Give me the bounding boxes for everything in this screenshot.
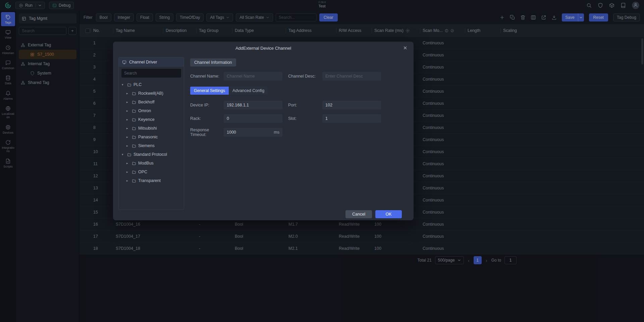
folder-icon — [132, 126, 136, 131]
folder-icon — [127, 83, 131, 87]
close-icon[interactable]: ✕ — [401, 44, 409, 52]
folder-icon — [132, 135, 136, 139]
tree-arrow-icon[interactable] — [126, 100, 130, 104]
driver-tree-item-standard-protocol[interactable]: Standard Protocol — [119, 150, 184, 159]
folder-icon — [127, 152, 131, 157]
tree-arrow-icon[interactable] — [126, 127, 130, 130]
folder-icon — [132, 179, 136, 183]
port-label: Port: — [288, 103, 322, 107]
settings-tabs: General SettingsAdvanced Config — [190, 87, 268, 95]
channel-information-tab[interactable]: Channel Information — [190, 58, 236, 66]
channel-name-input[interactable] — [224, 72, 282, 81]
driver-tree: PLC Rockwell(AB) Beckhoff Omron — [119, 80, 184, 210]
tree-arrow-icon[interactable] — [126, 144, 130, 147]
folder-icon — [132, 161, 136, 166]
modal-title: AddExternal Device Channel — [235, 46, 291, 51]
tree-arrow-icon[interactable] — [126, 179, 130, 182]
response-timeout-input[interactable] — [227, 130, 274, 135]
folder-icon — [132, 109, 136, 113]
tab-advanced-config[interactable]: Advanced Config — [229, 87, 268, 95]
driver-tree-item-omron[interactable]: Omron — [119, 106, 184, 115]
tree-arrow-icon[interactable] — [126, 135, 130, 139]
folder-icon — [132, 144, 136, 148]
tree-arrow-icon[interactable] — [126, 109, 130, 112]
channel-desc-label: Channel Desc: — [288, 74, 322, 79]
driver-search-input[interactable] — [121, 69, 181, 78]
driver-tree-item-rockwell-ab[interactable]: Rockwell(AB) — [119, 89, 184, 98]
host-icon — [122, 60, 126, 64]
device-ip-input[interactable] — [224, 101, 282, 109]
response-timeout-label: Response Timeout: — [190, 128, 224, 137]
channel-form: Channel Information Channel Name: Channe… — [190, 57, 408, 220]
driver-tree-item-siemens[interactable]: Siemens — [119, 141, 184, 150]
driver-tree-item-beckhoff[interactable]: Beckhoff — [119, 98, 184, 106]
add-channel-modal: AddExternal Device Channel ✕ Channel Dri… — [113, 42, 414, 220]
cancel-button[interactable]: Cancel — [345, 210, 372, 218]
folder-icon — [132, 91, 136, 96]
ok-button[interactable]: OK — [375, 210, 402, 218]
slot-label: Slot: — [288, 116, 322, 121]
channel-driver-panel: Channel Driver PLC Rockwell(AB) — [118, 57, 184, 210]
modal-header: AddExternal Device Channel ✕ — [113, 42, 414, 54]
port-input[interactable] — [322, 101, 381, 109]
driver-tree-item-plc[interactable]: PLC — [119, 80, 184, 89]
rack-input[interactable] — [224, 114, 282, 123]
driver-tree-item-mitsubishi[interactable]: Mitsubishi — [119, 124, 184, 133]
channel-driver-header[interactable]: Channel Driver — [119, 57, 184, 67]
tree-arrow-icon[interactable] — [126, 118, 130, 121]
tab-general-settings[interactable]: General Settings — [190, 87, 229, 95]
folder-icon — [132, 100, 136, 104]
driver-tree-item-transparent[interactable]: Transparent — [119, 176, 184, 185]
tree-arrow-icon[interactable] — [126, 92, 130, 95]
channel-desc-input[interactable] — [322, 72, 381, 81]
channel-name-label: Channel Name: — [190, 74, 224, 79]
tree-arrow-icon[interactable] — [122, 83, 125, 86]
slot-input[interactable] — [322, 114, 381, 123]
tree-arrow-icon[interactable] — [126, 162, 130, 165]
driver-tree-item-panasonic[interactable]: Panasonic — [119, 133, 184, 141]
device-ip-label: Device IP: — [190, 103, 224, 107]
tree-arrow-icon[interactable] — [122, 153, 125, 156]
driver-tree-item-keyence[interactable]: Keyence — [119, 115, 184, 124]
driver-tree-item-opc[interactable]: OPC — [119, 168, 184, 176]
driver-tree-item-modbus[interactable]: ModBus — [119, 159, 184, 168]
tree-arrow-icon[interactable] — [126, 170, 130, 174]
ms-unit-label: ms — [274, 130, 279, 135]
response-timeout-field: ms — [224, 128, 282, 137]
rack-label: Rack: — [190, 116, 224, 121]
folder-icon — [132, 170, 136, 174]
folder-icon — [132, 118, 136, 122]
